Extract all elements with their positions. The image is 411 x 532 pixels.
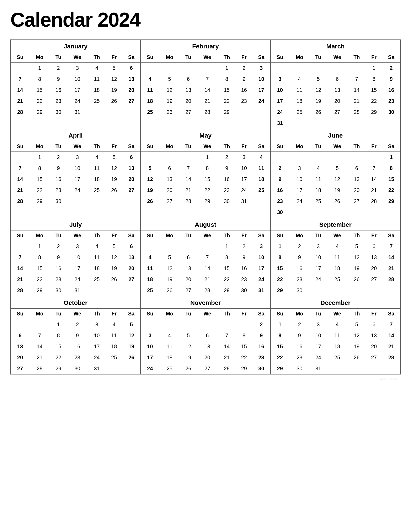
day-cell: 29 [29,285,50,296]
day-cell: 19 [141,185,159,196]
day-cell: 13 [197,341,218,352]
day-cell: 20 [327,95,348,107]
day-cell: 5 [106,152,122,163]
day-header-su: Su [11,230,29,241]
day-cell: 17 [236,174,252,185]
day-header-tu: Tu [310,309,327,319]
week-row: 21222324252627 [11,185,140,196]
day-cell: 25 [310,196,327,207]
week-row: 1234567 [271,319,400,330]
day-header-th: Th [218,309,236,319]
day-cell: 28 [382,352,400,363]
day-cell: 7 [11,252,29,263]
day-cell [252,196,270,207]
day-cell: 29 [29,196,50,207]
day-cell: 14 [11,263,29,274]
day-header-fr: Fr [106,309,122,319]
day-cell: 3 [289,163,310,174]
day-cell: 7 [197,74,218,85]
day-cell: 15 [218,85,236,95]
day-cell: 20 [348,185,365,196]
day-cell: 20 [11,352,29,363]
day-cell [67,196,88,207]
day-cell: 27 [180,107,197,118]
day-cell: 30 [50,196,67,207]
day-cell [327,118,348,129]
day-cell: 25 [327,274,348,285]
day-cell: 5 [159,74,180,85]
day-cell: 2 [382,63,400,74]
day-cell: 6 [180,74,197,85]
day-cell: 22 [50,352,67,363]
day-cell [197,63,218,74]
day-header-th: Th [348,230,365,241]
week-row: 123 [141,241,270,252]
day-cell [106,107,122,118]
day-cell [366,363,382,374]
week-row: 891011121314 [271,252,400,263]
month-december: DecemberSuMoTuWeThFrSa123456789101112131… [271,296,401,374]
day-cell: 21 [11,185,29,196]
day-header-mo: Mo [289,230,310,241]
month-june: JuneSuMoTuWeThFrSa1234567891011121314151… [271,129,401,218]
day-cell: 22 [218,274,236,285]
day-header-su: Su [141,52,159,63]
day-cell: 21 [382,341,400,352]
day-cell: 4 [159,330,180,341]
day-cell: 28 [11,107,29,118]
day-header-sa: Sa [252,309,270,319]
day-cell: 11 [252,163,270,174]
day-cell: 2 [271,163,289,174]
day-cell [180,241,197,252]
day-cell: 10 [141,341,159,352]
week-row: 31 [271,118,400,129]
day-cell [289,118,310,129]
day-cell: 16 [236,85,252,95]
day-cell: 7 [197,252,218,263]
day-header-sa: Sa [382,230,400,241]
month-november: NovemberSuMoTuWeThFrSa123456789101112131… [141,296,270,374]
day-cell: 7 [180,163,197,174]
day-cell: 12 [159,85,180,95]
day-header-th: Th [348,52,365,63]
month-september: SeptemberSuMoTuWeThFrSa12345678910111213… [271,218,401,296]
day-cell: 3 [67,241,88,252]
day-cell: 6 [366,319,382,330]
day-header-mo: Mo [29,141,50,152]
month-may: MaySuMoTuWeThFrSa12345678910111213141516… [141,129,270,218]
day-header-tu: Tu [180,52,197,63]
day-cell: 5 [310,74,327,85]
day-cell: 11 [106,330,122,341]
day-header-th: Th [218,230,236,241]
day-cell [180,319,197,330]
day-cell: 5 [348,241,365,252]
day-cell: 2 [236,241,252,252]
day-cell: 6 [122,63,140,74]
day-cell: 17 [252,263,270,274]
day-cell [310,207,327,218]
day-cell: 19 [310,95,327,107]
day-header-we: We [327,309,348,319]
day-header-th: Th [88,309,106,319]
day-cell: 25 [327,352,348,363]
day-cell: 1 [218,241,236,252]
day-cell: 11 [141,263,159,274]
day-cell: 9 [289,252,310,263]
week-row: 11121314151617 [141,263,270,274]
day-cell: 9 [382,74,400,85]
day-cell [141,63,159,74]
day-cell: 9 [236,252,252,263]
day-cell: 20 [122,263,140,274]
day-cell: 17 [310,341,327,352]
day-cell: 11 [310,174,327,185]
day-cell: 24 [88,352,106,363]
month-title-april: April [11,129,140,141]
day-cell: 20 [122,85,140,95]
day-cell: 28 [11,196,29,207]
day-cell: 24 [252,95,270,107]
day-cell: 21 [382,263,400,274]
day-cell: 16 [50,174,67,185]
day-cell: 6 [122,241,140,252]
day-cell [88,107,106,118]
day-header-fr: Fr [366,230,382,241]
